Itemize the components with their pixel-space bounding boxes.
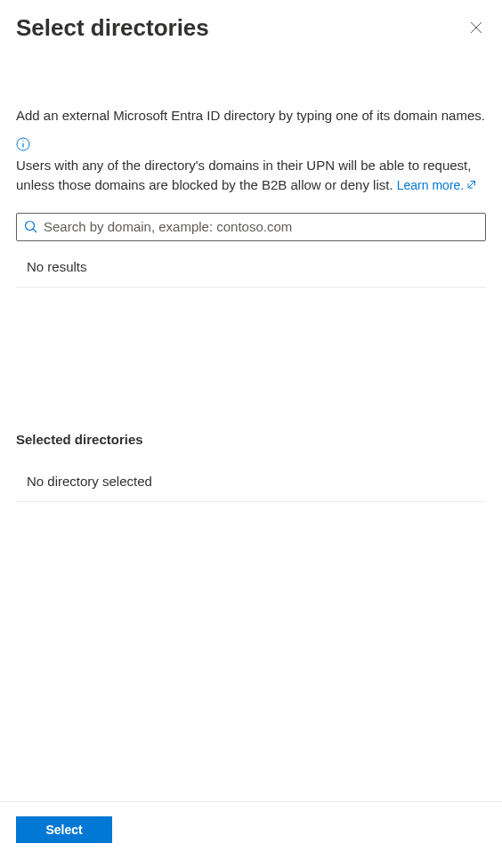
close-icon [470,21,482,37]
svg-point-4 [22,141,23,142]
svg-line-5 [469,181,475,187]
info-icon [16,137,30,154]
search-results: No results [16,259,486,288]
learn-more-link[interactable]: Learn more. [397,176,477,194]
close-button[interactable] [466,18,486,40]
info-text: Users with any of the directory's domain… [16,156,486,195]
search-field-wrapper[interactable] [16,213,486,241]
external-link-icon [466,176,477,194]
panel-footer: Select [0,801,502,868]
selected-directories-list: No directory selected [16,474,486,502]
learn-more-label: Learn more. [397,176,464,194]
svg-point-6 [26,221,35,230]
search-icon [24,220,38,234]
panel-content: Add an external Microsoft Entra ID direc… [0,42,502,801]
no-directory-selected-label: No directory selected [27,474,152,489]
panel-title: Select directories [16,14,209,42]
search-input[interactable] [44,219,478,234]
description-text: Add an external Microsoft Entra ID direc… [16,106,486,125]
svg-line-7 [33,229,36,232]
info-section: Users with any of the directory's domain… [16,137,486,195]
selected-directories-heading: Selected directories [16,432,486,447]
select-button[interactable]: Select [16,816,112,843]
no-results-label: No results [27,259,87,274]
panel-header: Select directories [0,0,502,42]
